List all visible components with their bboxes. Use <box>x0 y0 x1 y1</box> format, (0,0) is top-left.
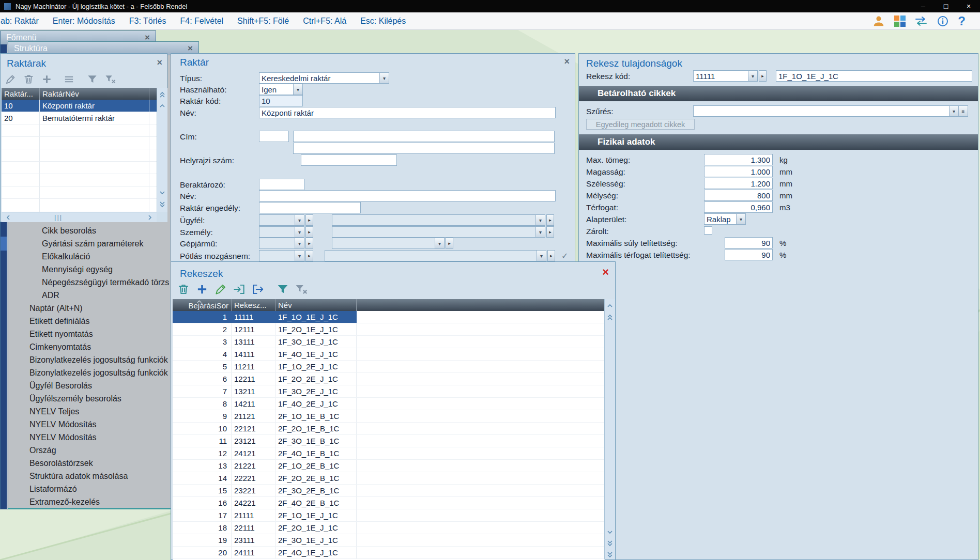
menubar-item[interactable]: Enter: Módosítás <box>53 17 115 26</box>
list-icon[interactable] <box>63 73 75 85</box>
menu-item[interactable]: NYELV Módosítás <box>9 418 197 431</box>
nev-field[interactable] <box>259 107 556 118</box>
menu-item[interactable]: Gyártási szám paraméterek <box>9 237 197 250</box>
clear-filter-icon[interactable] <box>104 73 116 85</box>
maximize-button[interactable]: □ <box>935 0 957 12</box>
ugyfel-kod-combo[interactable]: ▾ <box>259 214 304 226</box>
max-suly-field[interactable] <box>725 237 773 248</box>
egyedi-cikkek-button[interactable]: Egyedileg megadott cikkek <box>586 119 695 130</box>
column-header-raktarnev[interactable]: RaktárNév <box>40 88 149 100</box>
scroll-right-icon[interactable] <box>144 212 156 222</box>
menubar-item[interactable]: ab: Raktár <box>1 17 39 26</box>
rekesz-table-row[interactable]: 5 11211 1F_1O_2E_J_1C <box>173 361 605 373</box>
beraktarozo-field[interactable] <box>259 179 304 190</box>
cim-code-field[interactable] <box>259 131 289 142</box>
rekesz-table-row[interactable]: 2 12111 1F_2O_1E_J_1C <box>173 323 605 336</box>
helyrajzi-szam-field[interactable] <box>301 154 397 166</box>
filter-icon[interactable] <box>86 73 98 85</box>
cim-line1-field[interactable] <box>293 131 555 142</box>
menu-item[interactable]: Népegészségügyi termékadó törzs <box>9 276 197 289</box>
max-tomeg-field[interactable] <box>704 154 773 165</box>
rekesz-nev-field[interactable] <box>776 70 972 82</box>
delete-icon[interactable] <box>23 73 35 85</box>
potlas-kod-combo[interactable]: ▾ <box>259 250 304 261</box>
menu-item[interactable]: NYELV Teljes <box>9 405 197 418</box>
rekesz-table-row[interactable]: 9 21121 2F_1O_1E_B_1C <box>173 410 605 423</box>
potlas-kod-lookup-icon[interactable]: ▸ <box>305 250 313 261</box>
melyseg-field[interactable] <box>704 190 773 201</box>
add-icon[interactable] <box>41 73 53 85</box>
column-header-nev[interactable]: Név <box>275 299 357 311</box>
rekesz-kod-lookup-icon[interactable]: ▸ <box>759 70 767 82</box>
gepjarmu-kod-lookup-icon[interactable]: ▸ <box>305 238 313 249</box>
rekesz-table-row[interactable]: 20 24111 2F_4O_1E_J_1C <box>173 547 605 559</box>
ugyfel-kod-lookup-icon[interactable]: ▸ <box>305 214 313 226</box>
menu-item[interactable]: Ügyfélszemély besorolás <box>9 392 197 405</box>
alapterulet-combo[interactable]: Raklap ▾ <box>704 213 746 225</box>
rekesz-kod-combo[interactable]: 11111 ▾ <box>693 70 758 82</box>
ugyfel-nev-combo[interactable]: ▾ <box>332 214 545 226</box>
zarolt-checkbox[interactable] <box>704 226 712 235</box>
close-button[interactable]: × <box>957 0 980 12</box>
column-header-raktarkod[interactable]: Raktár... <box>2 88 40 100</box>
scroll-down-icon[interactable] <box>605 526 615 538</box>
menu-item[interactable]: Struktúra adatok másolása <box>9 470 197 483</box>
scroll-page-down-icon[interactable] <box>157 199 167 210</box>
raktar-engedely-field[interactable] <box>259 202 361 213</box>
rekesz-table-row[interactable]: 7 13211 1F_3O_2E_J_1C <box>173 385 605 398</box>
rekesz-table-row[interactable]: 1 11111 1F_1O_1E_J_1C <box>173 311 605 323</box>
rekesz-table-row[interactable]: 17 21111 2F_1O_1E_J_1C <box>173 509 605 522</box>
rekesz-table-row[interactable]: 18 22111 2F_2O_1E_J_1C <box>173 522 605 534</box>
scrollbar-grip[interactable]: ||| <box>54 213 63 221</box>
scroll-up-icon[interactable] <box>605 300 615 312</box>
szemely-kod-lookup-icon[interactable]: ▸ <box>305 226 313 238</box>
menubar-item[interactable]: F4: Felvétel <box>180 17 224 26</box>
rekesz-table-row[interactable]: 11 23121 2F_3O_1E_B_1C <box>173 435 605 447</box>
confirm-check-icon[interactable]: ✓ <box>561 251 568 261</box>
struktura-close-icon[interactable]: × <box>186 44 195 53</box>
rekesz-table-row[interactable]: 3 13111 1F_3O_1E_J_1C <box>173 336 605 348</box>
scroll-page-up-icon[interactable] <box>605 312 615 323</box>
szemely-nev-combo[interactable]: ▾ <box>332 226 545 238</box>
fomenu-scroll-marker[interactable] <box>1 237 7 251</box>
scroll-up-icon[interactable] <box>157 100 167 112</box>
potlas-nev-lookup-icon[interactable]: ▸ <box>547 250 555 261</box>
info-icon[interactable] <box>937 15 949 27</box>
szemely-kod-combo[interactable]: ▾ <box>259 226 304 238</box>
scroll-down-icon[interactable] <box>157 187 167 198</box>
rekesz-table-row[interactable]: 6 12211 1F_2O_2E_J_1C <box>173 373 605 385</box>
filter-icon[interactable] <box>276 283 289 296</box>
szemely-nev-lookup-icon[interactable]: ▸ <box>546 226 554 238</box>
edit-icon[interactable] <box>214 283 227 296</box>
rekesz-table-row[interactable]: 16 24221 2F_4O_2E_B_1C <box>173 497 605 509</box>
menu-item[interactable]: Előkalkuláció <box>9 250 197 263</box>
import-icon[interactable] <box>233 283 246 296</box>
rekesz-table-row[interactable]: 13 21221 2F_1O_2E_B_1C <box>173 460 605 472</box>
rekesz-table-row[interactable]: 4 14111 1F_4O_1E_J_1C <box>173 348 605 361</box>
rekesz-table-row[interactable]: 15 23221 2F_3O_2E_B_1C <box>173 485 605 497</box>
export-icon[interactable] <box>251 283 265 296</box>
scroll-page-down-icon[interactable] <box>605 538 615 549</box>
menu-item[interactable]: Ügyfél Besorolás <box>9 379 197 392</box>
menu-item[interactable]: Cikk besorolás <box>9 224 197 237</box>
raktar-close-icon[interactable]: × <box>564 57 570 66</box>
szures-combo[interactable]: ▾ ≡ <box>693 105 968 117</box>
minimize-button[interactable]: – <box>912 0 935 12</box>
menu-item[interactable]: ADR <box>9 289 197 302</box>
menu-item[interactable]: Bizonylatkezelés jogosultság funkciók <box>9 353 197 366</box>
hasznalhato-combo[interactable]: Igen ▾ <box>259 84 303 95</box>
terfogat-field[interactable] <box>704 201 773 213</box>
rekeszek-close-icon[interactable]: × <box>602 267 609 277</box>
menu-item[interactable]: Mennyiségi egység <box>9 263 197 276</box>
gepjarmu-kod-combo[interactable]: ▾ <box>259 238 304 249</box>
menubar-item[interactable]: Shift+F5: Fölé <box>237 17 289 26</box>
menubar-item[interactable]: F3: Törlés <box>129 17 166 26</box>
menu-item[interactable]: Etikett definiálás <box>9 315 197 328</box>
gepjarmu-nev-lookup-icon[interactable]: ▸ <box>446 238 453 249</box>
add-icon[interactable] <box>195 283 209 296</box>
transfer-arrows-icon[interactable] <box>914 15 928 27</box>
column-header-rekeszkod[interactable]: Rekesz... <box>232 299 275 311</box>
raktar-table-row[interactable]: 20 Bemutatótermi raktár <box>2 112 157 125</box>
menu-item[interactable]: Listaformázó <box>9 483 197 495</box>
edit-icon[interactable] <box>5 73 17 85</box>
